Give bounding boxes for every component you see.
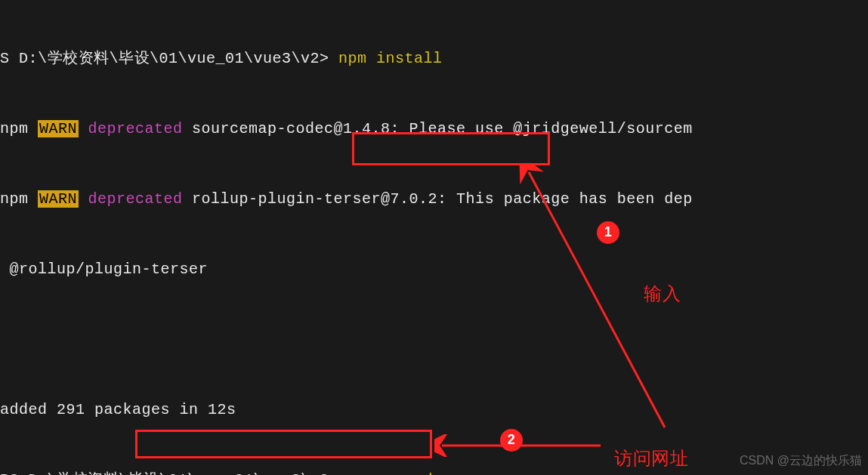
watermark: CSDN @云边的快乐猫 xyxy=(740,452,862,470)
warn-msg-1: sourcemap-codec@1.4.8: Please use @jridg… xyxy=(183,120,693,137)
npm-prefix: npm xyxy=(0,190,38,208)
prev-prompt-frag: S D:\学校资料\毕设\01\vue_01\vue3\v2> xyxy=(0,50,329,67)
added-packages: added 291 packages in 12s xyxy=(0,401,236,418)
command-text[interactable]: npm run dev xyxy=(338,471,452,475)
terminal-output: S D:\学校资料\毕设\01\vue_01\vue3\v2> npm inst… xyxy=(0,0,868,475)
warn-msg-3: @rollup/plugin-terser xyxy=(0,261,208,278)
prompt-path: PS D:\学校资料\毕设\01\vue_01\vue3\v2> xyxy=(0,471,338,475)
warn-badge: WARN xyxy=(38,120,79,137)
warn-msg-2: rollup-plugin-terser@7.0.2: This package… xyxy=(183,190,693,208)
deprecated-tag: deprecated xyxy=(79,120,183,137)
npm-prefix: npm xyxy=(0,120,38,137)
prev-command-frag: npm install xyxy=(329,50,443,67)
warn-badge: WARN xyxy=(38,190,79,208)
deprecated-tag: deprecated xyxy=(79,190,183,208)
